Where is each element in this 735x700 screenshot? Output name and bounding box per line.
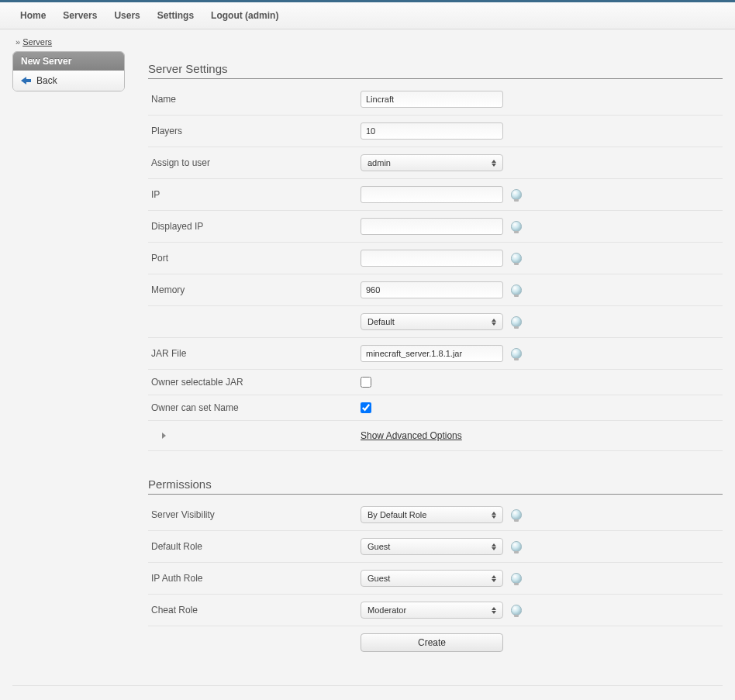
- sidebar-back[interactable]: Back: [13, 71, 124, 91]
- label-players: Players: [151, 126, 361, 136]
- label-default-role: Default Role: [151, 541, 361, 552]
- label-jar-file: JAR File: [151, 348, 361, 359]
- nav-servers[interactable]: Servers: [57, 7, 103, 24]
- nav-users[interactable]: Users: [108, 7, 146, 24]
- select-assign-user[interactable]: admin: [361, 154, 503, 171]
- label-assign-user: Assign to user: [151, 157, 361, 168]
- select-ip-auth-role[interactable]: Guest: [361, 570, 503, 587]
- help-icon[interactable]: [511, 284, 522, 295]
- select-default-role-value: Guest: [368, 542, 390, 551]
- help-icon[interactable]: [511, 541, 522, 552]
- help-icon[interactable]: [511, 605, 522, 616]
- help-icon[interactable]: [511, 348, 522, 359]
- help-icon[interactable]: [511, 316, 522, 327]
- top-nav: Home Servers Users Settings Logout (admi…: [0, 0, 735, 29]
- label-port: Port: [151, 253, 361, 264]
- help-icon[interactable]: [511, 221, 522, 232]
- nav-settings[interactable]: Settings: [151, 7, 200, 24]
- label-memory: Memory: [151, 284, 361, 295]
- input-memory[interactable]: [361, 281, 503, 298]
- label-displayed-ip: Displayed IP: [151, 221, 361, 232]
- input-ip[interactable]: [361, 186, 503, 203]
- select-ip-auth-role-value: Guest: [368, 574, 390, 583]
- label-server-visibility: Server Visibility: [151, 509, 361, 520]
- select-cheat-role-value: Moderator: [368, 605, 406, 615]
- sidebar-title: New Server: [13, 52, 124, 71]
- sidebar-panel: New Server Back: [12, 51, 125, 91]
- help-icon[interactable]: [511, 189, 522, 200]
- select-memory-preset-value: Default: [368, 317, 395, 326]
- select-default-role[interactable]: Guest: [361, 538, 503, 555]
- label-cheat-role: Cheat Role: [151, 605, 361, 616]
- breadcrumb: » Servers: [0, 29, 735, 51]
- select-memory-preset[interactable]: Default: [361, 313, 503, 330]
- checkbox-owner-jar[interactable]: [361, 377, 371, 388]
- breadcrumb-sep: »: [16, 37, 20, 47]
- select-server-visibility-value: By Default Role: [368, 510, 426, 519]
- breadcrumb-servers[interactable]: Servers: [22, 37, 52, 47]
- label-ip: IP: [151, 189, 361, 200]
- section-server-settings: Server Settings: [148, 62, 723, 79]
- label-name: Name: [151, 94, 361, 105]
- input-port[interactable]: [361, 250, 503, 267]
- help-icon[interactable]: [511, 253, 522, 264]
- back-arrow-icon: [21, 77, 32, 84]
- help-icon[interactable]: [511, 573, 522, 584]
- create-button[interactable]: Create: [361, 633, 503, 652]
- select-cheat-role[interactable]: Moderator: [361, 602, 503, 619]
- sidebar-back-label: Back: [36, 75, 57, 86]
- nav-logout[interactable]: Logout (admin): [205, 7, 285, 24]
- nav-home[interactable]: Home: [14, 7, 52, 24]
- checkbox-owner-name[interactable]: [361, 402, 371, 413]
- label-ip-auth-role: IP Auth Role: [151, 573, 361, 584]
- select-assign-user-value: admin: [368, 158, 391, 167]
- label-owner-name: Owner can set Name: [151, 402, 361, 413]
- select-server-visibility[interactable]: By Default Role: [361, 506, 503, 523]
- expand-icon[interactable]: [162, 433, 166, 439]
- input-jar-file[interactable]: [361, 345, 503, 362]
- footer: Powered by Multicraft Control Panel: [12, 685, 723, 700]
- label-owner-jar: Owner selectable JAR: [151, 377, 361, 388]
- section-permissions: Permissions: [148, 478, 723, 495]
- input-name[interactable]: [361, 91, 503, 108]
- input-players[interactable]: [361, 122, 503, 140]
- input-displayed-ip[interactable]: [361, 218, 503, 235]
- link-advanced-options[interactable]: Show Advanced Options: [361, 430, 462, 441]
- help-icon[interactable]: [511, 509, 522, 520]
